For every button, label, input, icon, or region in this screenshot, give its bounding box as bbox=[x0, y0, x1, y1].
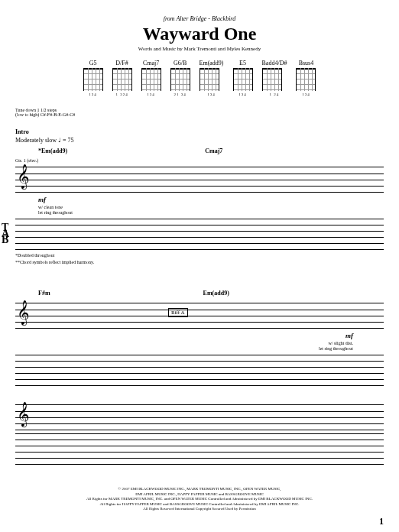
performance-instruction: w/ clean tone bbox=[38, 205, 384, 209]
chord-grid bbox=[141, 68, 161, 91]
chord-diagram: D/F# 1 324 bbox=[112, 60, 132, 96]
tuning-line: (low to high) C#-F#-B-E-G#-C# bbox=[15, 112, 384, 117]
chord-name: Em(add9) bbox=[200, 60, 224, 66]
chord-fingering: 1 24 bbox=[262, 92, 287, 96]
footnote: **Chord symbols reflect implied harmony. bbox=[15, 260, 384, 264]
standard-notation-staff: 𝄞 bbox=[15, 167, 384, 192]
chord-fingering: 21 34 bbox=[170, 92, 190, 96]
chord-fingering: 134 bbox=[83, 92, 103, 96]
chord-diagram-row: G5 134 D/F# 1 324 Cmaj7 134 G6/B 21 34 E… bbox=[15, 60, 384, 96]
tablature-staff bbox=[15, 433, 384, 464]
chord-diagram: Badd4/D# 1 24 bbox=[262, 60, 287, 96]
chord-grid bbox=[296, 68, 316, 91]
performance-instruction: w/ slight dist. bbox=[15, 341, 353, 345]
performance-instruction: let ring throughout bbox=[15, 346, 353, 351]
guitar-label: Gtr. 1 (elec.) bbox=[15, 158, 384, 163]
notation-system-2: F#m Em(add9) 𝄞 Riff A mf w/ slight dist.… bbox=[15, 287, 384, 464]
chord-grid bbox=[233, 68, 253, 91]
chord-fingering: 1 324 bbox=[112, 92, 132, 96]
chord-grid bbox=[200, 68, 219, 91]
chord-name: D/F# bbox=[112, 60, 132, 66]
dynamic-marking: mf bbox=[38, 196, 384, 203]
chord-diagram: Bsus4 134 bbox=[296, 60, 316, 96]
source-album: from Alter Bridge - Blackbird bbox=[15, 15, 384, 22]
chord-grid bbox=[83, 68, 103, 91]
chord-diagram: G5 134 bbox=[83, 60, 103, 96]
tuning-instruction: Tune down 1 1/2 steps (low to high) C#-F… bbox=[15, 108, 384, 117]
tablature-staff bbox=[15, 355, 384, 385]
standard-notation-staff: 𝄞 bbox=[15, 404, 384, 430]
section-label: Intro bbox=[15, 128, 384, 135]
chord-symbol: Cmaj7 bbox=[205, 148, 222, 154]
copyright-notice: © 2007 EMI BLACKWOOD MUSIC INC., MARK TR… bbox=[15, 487, 384, 512]
standard-notation-staff: 𝄞 Riff A bbox=[15, 303, 384, 328]
chord-fingering: 134 bbox=[200, 92, 224, 96]
performance-instruction: let ring throughout bbox=[38, 210, 384, 215]
notation-system-1: Intro Moderately slow ♩ = 75 *Em(add9) C… bbox=[15, 128, 384, 264]
chord-diagram: E5 134 bbox=[233, 60, 253, 96]
tab-label-icon: TAB bbox=[2, 225, 9, 243]
footnote: *Doubled throughout bbox=[15, 253, 384, 258]
chord-symbol: *Em(add9) bbox=[38, 148, 67, 154]
chord-name: Cmaj7 bbox=[141, 60, 161, 66]
chord-name: Bsus4 bbox=[296, 60, 316, 66]
chord-grid bbox=[112, 68, 132, 91]
chord-fingering: 134 bbox=[296, 92, 316, 96]
page-number: 1 bbox=[15, 516, 384, 527]
copyright-line: All Rights Reserved International Copyri… bbox=[15, 507, 384, 512]
chord-diagram: Em(add9) 134 bbox=[200, 60, 224, 96]
chord-name: Badd4/D# bbox=[262, 60, 287, 66]
chord-symbol: F#m bbox=[38, 290, 50, 297]
chord-fingering: 134 bbox=[141, 92, 161, 96]
chord-diagram: G6/B 21 34 bbox=[170, 60, 190, 96]
chord-fingering: 134 bbox=[233, 92, 253, 96]
chord-name: E5 bbox=[233, 60, 253, 66]
dynamic-marking: mf bbox=[15, 332, 353, 339]
chord-name: G5 bbox=[83, 60, 103, 66]
songwriter-credits: Words and Music by Mark Tremonti and Myl… bbox=[15, 46, 384, 52]
chord-diagram: Cmaj7 134 bbox=[141, 60, 161, 96]
song-title: Wayward One bbox=[15, 24, 384, 44]
chord-grid bbox=[262, 68, 282, 91]
tablature-staff: TAB bbox=[15, 219, 384, 249]
chord-name: G6/B bbox=[170, 60, 190, 66]
tempo-marking: Moderately slow ♩ = 75 bbox=[15, 137, 384, 144]
chord-symbol: Em(add9) bbox=[203, 290, 229, 297]
chord-grid bbox=[170, 68, 190, 91]
